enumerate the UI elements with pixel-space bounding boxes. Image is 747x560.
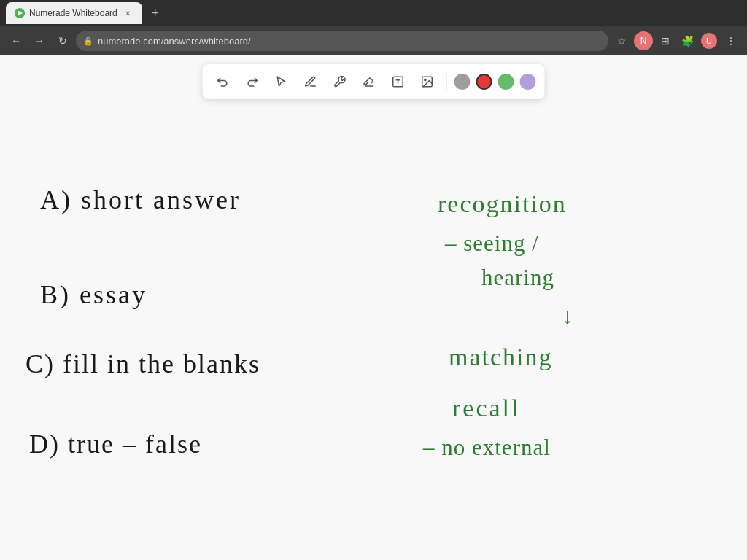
active-tab[interactable]: Numerade Whiteboard ✕: [6, 2, 142, 24]
svg-text:recall: recall: [452, 394, 521, 421]
svg-text:B)  essay: B) essay: [40, 280, 147, 309]
svg-text:C)  fill in the  blanks: C) fill in the blanks: [26, 349, 260, 378]
eraser-tool-button[interactable]: [357, 70, 381, 93]
refresh-button[interactable]: ↻: [53, 31, 73, 51]
bookmark-button[interactable]: ☆: [611, 31, 632, 51]
toolbar: [203, 64, 545, 99]
extensions-button[interactable]: 🧩: [677, 31, 697, 51]
forward-button[interactable]: →: [29, 31, 50, 51]
grid-button[interactable]: ⊞: [655, 31, 676, 51]
nav-actions: ☆ N ⊞ 🧩 U ⋮: [611, 31, 741, 51]
svg-text:↓: ↓: [562, 303, 573, 329]
nav-bar: ← → ↻ 🔒 numerade.com/answers/whiteboard/…: [0, 26, 747, 55]
address-bar[interactable]: 🔒 numerade.com/answers/whiteboard/: [76, 31, 608, 51]
lock-icon: 🔒: [83, 36, 93, 46]
svg-text:recognition: recognition: [438, 190, 567, 217]
text-tool-button[interactable]: [387, 70, 410, 93]
pencil-tool-button[interactable]: [299, 70, 322, 93]
svg-text:D)  true – false: D) true – false: [29, 429, 202, 459]
profile-icon[interactable]: N: [633, 31, 654, 51]
color-purple-button[interactable]: [520, 74, 536, 90]
avatar: N: [634, 31, 653, 50]
user-account-button[interactable]: U: [699, 31, 719, 51]
tab-bar: Numerade Whiteboard ✕ +: [0, 0, 747, 26]
image-tool-button[interactable]: [416, 70, 439, 93]
svg-text:hearing: hearing: [481, 265, 554, 290]
menu-button[interactable]: ⋮: [721, 31, 741, 51]
svg-text:matching: matching: [449, 343, 553, 370]
svg-text:– no external: – no external: [422, 435, 551, 460]
url-text: numerade.com/answers/whiteboard/: [98, 36, 251, 47]
color-red-button[interactable]: [476, 74, 492, 90]
color-green-button[interactable]: [498, 74, 514, 90]
tool-divider: [446, 73, 447, 90]
tab-favicon: [15, 8, 25, 18]
whiteboard-container[interactable]: A) short answer B) essay C) fill in the …: [0, 55, 747, 560]
color-gray-button[interactable]: [454, 74, 471, 90]
select-tool-button[interactable]: [270, 70, 293, 93]
tab-title: Numerade Whiteboard: [29, 8, 117, 18]
browser-chrome: Numerade Whiteboard ✕ + ← → ↻ 🔒 numerade…: [0, 0, 747, 55]
whiteboard-canvas: A) short answer B) essay C) fill in the …: [0, 55, 747, 560]
svg-text:A)  short  answer: A) short answer: [40, 185, 241, 214]
tab-close-button[interactable]: ✕: [122, 7, 133, 19]
svg-point-3: [425, 79, 426, 80]
back-button[interactable]: ←: [6, 31, 26, 51]
undo-button[interactable]: [212, 70, 235, 93]
svg-marker-0: [18, 10, 23, 16]
svg-text:– seeing /: – seeing /: [444, 230, 539, 256]
new-tab-button[interactable]: +: [145, 3, 166, 23]
tools-button[interactable]: [328, 70, 352, 93]
redo-button[interactable]: [241, 70, 264, 93]
